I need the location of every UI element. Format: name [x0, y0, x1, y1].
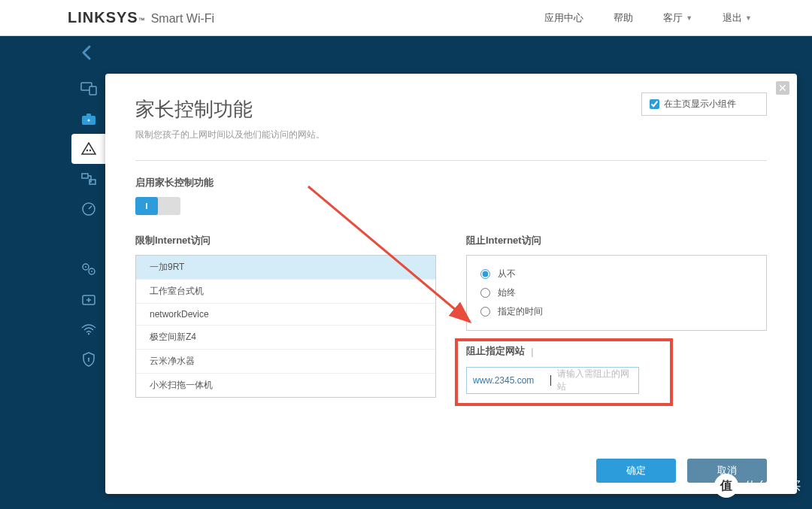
restrict-label: 限制Internet访问 [135, 234, 436, 247]
chevron-down-icon: ▼ [686, 14, 692, 22]
block-sites-label: 阻止指定网站 | [466, 344, 767, 358]
sidebar-speed-test[interactable] [71, 194, 105, 224]
radio-schedule-input[interactable] [480, 307, 490, 317]
panel-description: 限制您孩子的上网时间以及他们能访问的网站。 [135, 129, 767, 141]
nav-app-center[interactable]: 应用中心 [544, 11, 583, 25]
block-sites-section: 阻止指定网站 | www.2345.com 请输入需阻止的网站 [466, 344, 767, 394]
svg-point-15 [87, 333, 89, 335]
device-item[interactable]: 工作室台式机 [136, 280, 435, 304]
device-item[interactable]: 小米扫拖一体机 [136, 374, 435, 398]
svg-point-16 [87, 358, 89, 359]
svg-point-12 [85, 266, 86, 268]
top-header: LINKSYS™ Smart Wi-Fi 应用中心 帮助 客厅▼ 退出▼ [0, 0, 812, 36]
radio-always-input[interactable] [480, 288, 490, 298]
device-item[interactable]: 极空间新Z4 [136, 326, 435, 350]
sidebar-parental-control[interactable] [71, 134, 105, 164]
svg-point-4 [87, 120, 89, 122]
main-panel: ✕ 家长控制功能 限制您孩子的上网时间以及他们能访问的网站。 在主页显示小组件 … [105, 74, 797, 494]
widget-checkbox[interactable]: 在主页显示小组件 [641, 92, 767, 116]
widget-checkbox-input[interactable] [650, 99, 659, 109]
svg-point-5 [86, 150, 87, 151]
url-input[interactable]: www.2345.com [467, 371, 544, 390]
toggle-handle: I [135, 197, 158, 215]
block-radio-group: 从不 始终 指定的时间 [466, 255, 767, 331]
sidebar [0, 36, 105, 509]
sidebar-settings[interactable] [71, 254, 105, 284]
sidebar-devices[interactable] [71, 74, 105, 104]
sidebar-security[interactable] [71, 344, 105, 374]
close-button[interactable]: ✕ [776, 81, 789, 95]
url-input-container[interactable]: www.2345.com 请输入需阻止的网站 [466, 367, 639, 394]
device-item[interactable]: 一加9RT [136, 256, 435, 280]
back-button[interactable] [79, 44, 92, 66]
radio-never[interactable]: 从不 [480, 265, 753, 283]
device-item[interactable]: networkDevice [136, 304, 435, 326]
watermark-badge: 值 [714, 474, 738, 498]
radio-always[interactable]: 始终 [480, 283, 753, 302]
svg-rect-7 [82, 174, 88, 178]
device-list[interactable]: 一加9RT 工作室台式机 networkDevice 极空间新Z4 云米净水器 … [135, 255, 436, 398]
widget-checkbox-label: 在主页显示小组件 [664, 98, 736, 111]
divider [135, 160, 767, 161]
logo-tm: ™ [138, 17, 145, 24]
logo-text: LINKSYS [68, 9, 138, 26]
top-nav: 应用中心 帮助 客厅▼ 退出▼ [544, 11, 797, 25]
watermark: 值 什么值得买 [714, 474, 801, 498]
svg-rect-1 [89, 86, 96, 95]
sidebar-troubleshoot[interactable] [71, 284, 105, 314]
nav-help[interactable]: 帮助 [614, 11, 633, 25]
nav-logout[interactable]: 退出▼ [723, 11, 752, 25]
enable-toggle[interactable]: I [135, 197, 180, 215]
svg-point-13 [91, 271, 92, 272]
logo-area: LINKSYS™ Smart Wi-Fi [68, 9, 214, 26]
text-cursor [550, 375, 551, 386]
nav-lobby[interactable]: 客厅▼ [663, 11, 692, 25]
enable-label: 启用家长控制功能 [135, 176, 767, 189]
block-access-label: 阻止Internet访问 [466, 234, 767, 247]
sidebar-guest[interactable] [71, 104, 105, 134]
device-item[interactable]: 云米净水器 [136, 350, 435, 374]
radio-schedule[interactable]: 指定的时间 [480, 302, 753, 321]
url-placeholder: 请输入需阻止的网站 [557, 368, 638, 393]
sidebar-priority[interactable] [71, 164, 105, 194]
sidebar-wireless[interactable] [71, 314, 105, 344]
ok-button[interactable]: 确定 [596, 459, 676, 483]
svg-rect-3 [86, 114, 91, 117]
separator-icon: | [531, 346, 534, 357]
logo-subtitle: Smart Wi-Fi [151, 12, 214, 26]
svg-point-6 [89, 150, 90, 151]
radio-never-input[interactable] [480, 269, 490, 279]
watermark-text: 什么值得买 [744, 479, 801, 493]
chevron-down-icon: ▼ [745, 14, 752, 22]
